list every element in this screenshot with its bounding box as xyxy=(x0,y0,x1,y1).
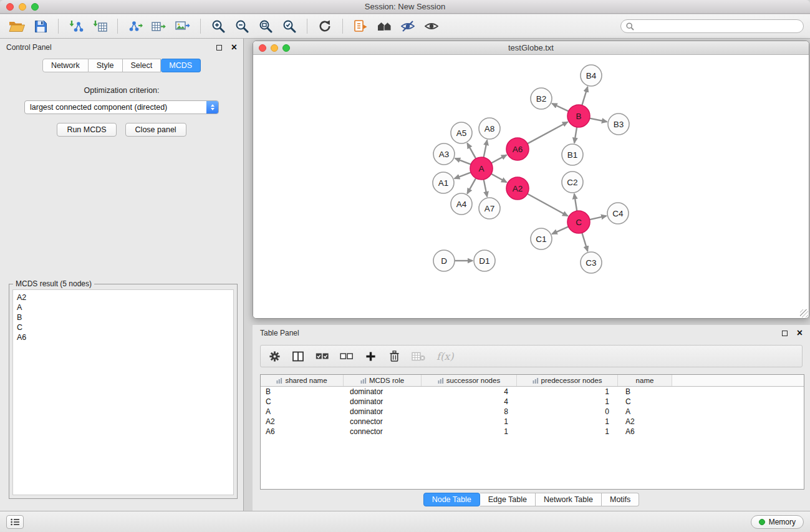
column-header-mcds-role[interactable]: MCDS role xyxy=(344,375,422,386)
node-D1[interactable]: D1 xyxy=(474,250,495,271)
mcds-result-item[interactable]: C xyxy=(17,322,229,332)
node-A3[interactable]: A3 xyxy=(433,143,455,165)
delete-table-button[interactable] xyxy=(412,348,425,364)
node-A[interactable]: A xyxy=(470,157,493,180)
node-A2[interactable]: A2 xyxy=(506,177,529,200)
tab-node-table[interactable]: Node Table xyxy=(423,493,480,506)
edge-C-C2[interactable] xyxy=(574,194,577,211)
column-header-predecessor-nodes[interactable]: predecessor nodes xyxy=(517,375,618,386)
tab-edge-table[interactable]: Edge Table xyxy=(480,493,536,506)
close-window-button[interactable] xyxy=(6,3,14,11)
table-row[interactable]: A6connector11A6 xyxy=(261,427,804,437)
apply-layout-button[interactable] xyxy=(314,17,335,36)
close-panel-icon[interactable]: × xyxy=(231,42,237,52)
save-session-button[interactable] xyxy=(30,17,51,36)
import-network-button[interactable] xyxy=(65,17,87,36)
show-all-button[interactable] xyxy=(421,17,442,36)
node-B1[interactable]: B1 xyxy=(562,144,583,165)
function-builder-button[interactable]: f(x) xyxy=(436,348,453,364)
export-image-button[interactable] xyxy=(172,17,193,36)
show-columns-button[interactable] xyxy=(292,348,304,364)
network-canvas-area[interactable]: B4B2BB3A8A5A6A3B1AC2A1A2A4A7C4CC1C3DD1 xyxy=(253,55,809,318)
tab-network[interactable]: Network xyxy=(42,59,89,72)
optimization-criterion-select[interactable]: largest connected component (directed) xyxy=(24,100,219,114)
column-header-name[interactable]: name xyxy=(618,375,672,386)
memory-button[interactable]: Memory xyxy=(751,515,804,529)
table-row[interactable]: Cdominator41C xyxy=(261,397,804,407)
column-header-successor-nodes[interactable]: successor nodes xyxy=(422,375,517,386)
mcds-result-item[interactable]: A2 xyxy=(17,293,229,302)
edge-A-A7[interactable] xyxy=(484,180,488,197)
zoom-selected-button[interactable] xyxy=(279,17,300,36)
zoom-in-button[interactable] xyxy=(208,17,229,36)
edge-A-A4[interactable] xyxy=(467,178,476,194)
search-input[interactable] xyxy=(637,22,798,31)
resize-grip[interactable] xyxy=(800,309,808,317)
edge-B-B4[interactable] xyxy=(582,87,587,105)
float-panel-icon[interactable] xyxy=(216,45,222,51)
tab-motifs[interactable]: Motifs xyxy=(602,493,639,506)
table-row[interactable]: Bdominator41B xyxy=(261,387,804,397)
network-file-button[interactable] xyxy=(350,17,371,36)
table-row[interactable]: A2connector11A2 xyxy=(261,417,804,427)
deselect-all-rows-button[interactable] xyxy=(340,348,353,364)
mcds-result-list[interactable]: A2ABCA6 xyxy=(12,289,234,495)
edge-C-C1[interactable] xyxy=(552,226,568,234)
node-B[interactable]: B xyxy=(567,105,590,127)
node-D[interactable]: D xyxy=(433,250,455,271)
node-A6[interactable]: A6 xyxy=(506,138,529,160)
table-row[interactable]: Adominator80A xyxy=(261,407,804,417)
delete-column-button[interactable] xyxy=(388,348,400,364)
zoom-out-button[interactable] xyxy=(231,17,253,36)
node-B2[interactable]: B2 xyxy=(531,88,552,109)
zoom-window-button[interactable] xyxy=(31,3,39,11)
tab-select[interactable]: Select xyxy=(123,59,162,72)
tab-mcds[interactable]: MCDS xyxy=(161,59,201,72)
mcds-result-item[interactable]: A xyxy=(17,302,229,312)
edge-A2-C[interactable] xyxy=(528,194,568,216)
task-history-button[interactable] xyxy=(6,515,24,529)
network-graph[interactable]: B4B2BB3A8A5A6A3B1AC2A1A2A4A7C4CC1C3DD1 xyxy=(253,55,809,319)
node-A4[interactable]: A4 xyxy=(451,193,472,215)
select-all-rows-button[interactable] xyxy=(316,348,329,364)
open-session-button[interactable] xyxy=(6,17,27,36)
node-B4[interactable]: B4 xyxy=(581,65,602,86)
node-C3[interactable]: C3 xyxy=(581,252,602,273)
column-header-shared-name[interactable]: shared name xyxy=(261,375,344,386)
import-table-button[interactable] xyxy=(89,17,110,36)
export-table-button[interactable] xyxy=(148,17,170,36)
edge-A-A3[interactable] xyxy=(455,158,471,165)
mcds-result-item[interactable]: B xyxy=(17,312,229,322)
hide-selected-button[interactable] xyxy=(397,17,418,36)
edge-A-A8[interactable] xyxy=(484,140,488,158)
close-panel-button[interactable]: Close panel xyxy=(125,123,186,137)
node-A7[interactable]: A7 xyxy=(479,198,500,219)
node-C4[interactable]: C4 xyxy=(607,203,629,224)
tab-style[interactable]: Style xyxy=(89,59,123,72)
network-minimize-button[interactable] xyxy=(271,44,278,52)
node-A1[interactable]: A1 xyxy=(433,172,454,193)
network-zoom-button[interactable] xyxy=(282,44,290,52)
edge-A-A5[interactable] xyxy=(467,143,476,159)
export-network-button[interactable] xyxy=(125,17,146,36)
edge-A-A2[interactable] xyxy=(491,174,507,183)
float-table-panel-icon[interactable] xyxy=(782,331,788,336)
zoom-fit-button[interactable] xyxy=(255,17,276,36)
edge-A6-B[interactable] xyxy=(528,122,568,144)
close-table-panel-icon[interactable]: × xyxy=(797,328,803,338)
network-window-titlebar[interactable]: testGlobe.txt xyxy=(253,41,809,55)
edge-B-B3[interactable] xyxy=(590,118,607,122)
node-A5[interactable]: A5 xyxy=(451,122,472,143)
minimize-window-button[interactable] xyxy=(19,3,26,11)
add-column-button[interactable] xyxy=(364,348,377,364)
node-C[interactable]: C xyxy=(567,211,590,233)
network-close-button[interactable] xyxy=(259,44,266,52)
node-B3[interactable]: B3 xyxy=(608,114,629,135)
edge-C-C3[interactable] xyxy=(582,233,587,251)
tab-network-table[interactable]: Network Table xyxy=(536,493,602,506)
node-C1[interactable]: C1 xyxy=(531,228,552,249)
edge-C-C4[interactable] xyxy=(590,216,607,220)
home-button[interactable] xyxy=(374,17,395,36)
node-C2[interactable]: C2 xyxy=(562,172,583,193)
edge-A-A1[interactable] xyxy=(455,172,471,178)
